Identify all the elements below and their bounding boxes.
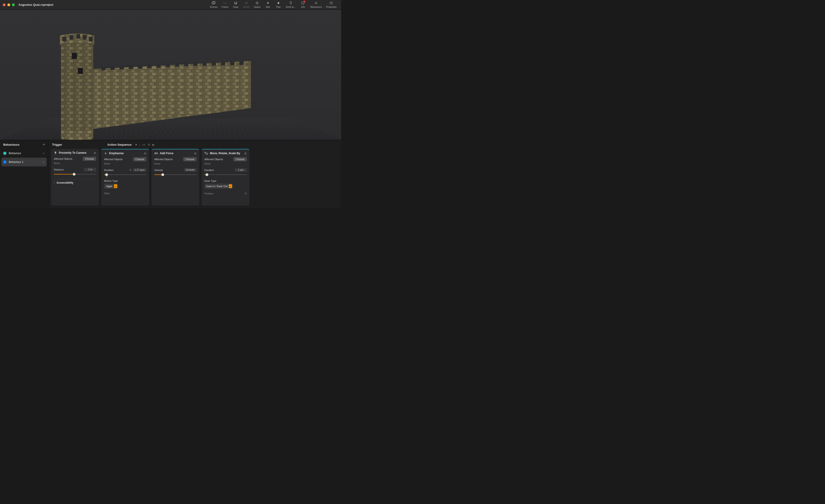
emphasise-icon bbox=[104, 152, 107, 155]
toolbar-scenes[interactable]: Scenes bbox=[208, 1, 219, 8]
behaviours-title: Behaviours bbox=[3, 143, 19, 146]
toolbar-label: Space bbox=[254, 6, 260, 8]
choose-button[interactable]: Choose bbox=[233, 157, 247, 161]
toolbar-label: Info bbox=[301, 6, 305, 8]
loop-icon[interactable]: ⟲ bbox=[148, 143, 150, 146]
ease-type-select[interactable]: Ease In / Ease Out ▴▾ bbox=[204, 184, 233, 189]
accessibility-label: Accessibility bbox=[56, 181, 73, 184]
reset-icon[interactable]: ↺ bbox=[129, 168, 132, 172]
card-title-row: Proximity To Camera ⚠︎ bbox=[51, 149, 99, 157]
minimize-window-button[interactable] bbox=[7, 3, 10, 6]
behaviours-sidebar: Behaviours + Behaviour ⚠︎ Behaviour 1 ⚠︎ bbox=[0, 140, 48, 208]
svg-rect-47 bbox=[78, 68, 83, 74]
velocity-value[interactable]: 18 km/hr bbox=[184, 168, 197, 172]
toolbar-info[interactable]: i Info bbox=[298, 1, 308, 8]
action-card-emphasise: Emphasise ⚠︎ Affected Objects Choose Non… bbox=[101, 149, 149, 205]
toolbar-label: Properties bbox=[326, 6, 336, 8]
svg-rect-29 bbox=[147, 64, 151, 68]
modify-icon bbox=[244, 1, 248, 5]
select-value: Ease In / Ease Out bbox=[206, 185, 227, 187]
motion-type-select[interactable]: Jiggle ▴▾ bbox=[104, 184, 118, 189]
behaviour-item[interactable]: Behaviour 1 ⚠︎ bbox=[1, 158, 47, 166]
accessibility-toggle[interactable]: › Accessibility bbox=[54, 179, 96, 184]
toolbar-label: Modify bbox=[243, 6, 250, 8]
toolbar-behaviours[interactable]: Behaviours bbox=[308, 1, 324, 8]
info-icon: i bbox=[301, 1, 305, 5]
distance-slider[interactable] bbox=[54, 173, 96, 176]
toolbar: Scenes ⌄ Frame Snap Modify Space Add Pla… bbox=[208, 1, 339, 8]
velocity-slider[interactable] bbox=[154, 173, 197, 176]
card-title-row: Emphasise ⚠︎ bbox=[101, 149, 149, 157]
stepper-icon: ▴▾ bbox=[229, 184, 232, 188]
behaviour-item-label: Behaviour 1 bbox=[9, 160, 23, 164]
toolbar-frame[interactable]: ⌄ Frame bbox=[220, 1, 230, 8]
trigger-header: Trigger bbox=[52, 143, 105, 146]
svg-rect-25 bbox=[110, 66, 115, 70]
window-title: Augustus Quai.rcproject bbox=[18, 3, 54, 6]
svg-rect-42 bbox=[70, 35, 73, 39]
duration-slider[interactable] bbox=[104, 173, 146, 176]
fullscreen-window-button[interactable] bbox=[12, 3, 15, 6]
svg-rect-35 bbox=[203, 62, 207, 66]
svg-point-48 bbox=[55, 152, 56, 153]
group-icon[interactable]: ▭ bbox=[143, 143, 145, 146]
distance-value[interactable]: 1 m bbox=[84, 168, 96, 171]
window-controls bbox=[3, 3, 15, 6]
toolbar-label: Behaviours bbox=[310, 6, 322, 8]
play-sequence-icon[interactable]: ▶ bbox=[152, 143, 155, 146]
svg-rect-26 bbox=[120, 65, 124, 70]
scene-object-castle bbox=[60, 28, 251, 140]
action-card-move-rotate-scale: Move, Rotate, Scale By ⚠︎ Affected Objec… bbox=[202, 149, 249, 205]
svg-rect-32 bbox=[175, 63, 179, 67]
add-action-button[interactable]: + bbox=[135, 143, 137, 146]
action-title: Emphasise bbox=[109, 152, 124, 155]
toolbar-space[interactable]: Space bbox=[252, 1, 262, 8]
affected-objects-value: None bbox=[204, 162, 247, 165]
svg-text:i: i bbox=[303, 2, 303, 4]
svg-rect-28 bbox=[138, 65, 142, 69]
warning-icon: ⚠︎ bbox=[94, 151, 96, 154]
choose-button[interactable]: Choose bbox=[183, 157, 197, 161]
duration-value[interactable]: 1 sec bbox=[235, 168, 247, 172]
bottom-panel: Behaviours + Behaviour ⚠︎ Behaviour 1 ⚠︎… bbox=[0, 140, 341, 208]
toolbar-properties[interactable]: Properties bbox=[324, 1, 339, 8]
svg-rect-52 bbox=[206, 153, 208, 154]
affected-objects-label: Affected Objects bbox=[54, 157, 73, 160]
toolbar-play[interactable]: Play bbox=[274, 1, 284, 8]
card-title-row: Add Force ⚠︎ bbox=[151, 149, 199, 157]
duration-value[interactable]: 1,77 secs bbox=[133, 168, 146, 172]
trigger-card: Proximity To Camera ⚠︎ Affected Objects … bbox=[51, 149, 99, 205]
toolbar-sendto[interactable]: Send to... bbox=[284, 1, 298, 8]
toolbar-snap[interactable]: Snap bbox=[231, 1, 241, 8]
choose-button[interactable]: Choose bbox=[133, 157, 146, 161]
affected-objects-label: Affected Objects bbox=[104, 158, 123, 161]
svg-rect-39 bbox=[239, 61, 243, 65]
toolbar-label: Scenes bbox=[210, 6, 218, 8]
choose-button[interactable]: Choose bbox=[83, 157, 96, 161]
close-window-button[interactable] bbox=[3, 3, 5, 6]
stepper-icon: ▴▾ bbox=[114, 184, 117, 188]
add-behaviour-button[interactable]: + bbox=[43, 143, 45, 147]
behaviours-icon bbox=[314, 1, 318, 5]
behaviour-item[interactable]: Behaviour ⚠︎ bbox=[0, 149, 48, 158]
cards-row: Proximity To Camera ⚠︎ Affected Objects … bbox=[48, 149, 341, 208]
affected-objects-label: Affected Objects bbox=[204, 158, 223, 161]
distance-label: Distance bbox=[54, 168, 64, 171]
svg-rect-44 bbox=[83, 35, 86, 39]
svg-rect-41 bbox=[63, 37, 66, 41]
behaviour-color-dot bbox=[3, 160, 6, 164]
duration-slider[interactable] bbox=[204, 173, 247, 176]
detail-area: Trigger Action Sequence + | ▭ ⟲ ▶ Proxim… bbox=[48, 140, 341, 208]
gear-icon bbox=[329, 1, 333, 5]
reset-icon[interactable]: ↺ bbox=[244, 192, 247, 195]
action-title: Move, Rotate, Scale By bbox=[210, 152, 240, 155]
action-title: Add Force bbox=[160, 152, 173, 155]
svg-rect-51 bbox=[205, 152, 206, 153]
viewport-3d[interactable] bbox=[0, 10, 341, 140]
svg-rect-30 bbox=[157, 64, 161, 68]
notification-badge bbox=[304, 1, 305, 2]
toolbar-add[interactable]: Add bbox=[263, 1, 273, 8]
toolbar-label: Snap bbox=[233, 6, 238, 8]
behaviour-color-dot bbox=[3, 152, 6, 155]
svg-point-8 bbox=[316, 3, 316, 3]
